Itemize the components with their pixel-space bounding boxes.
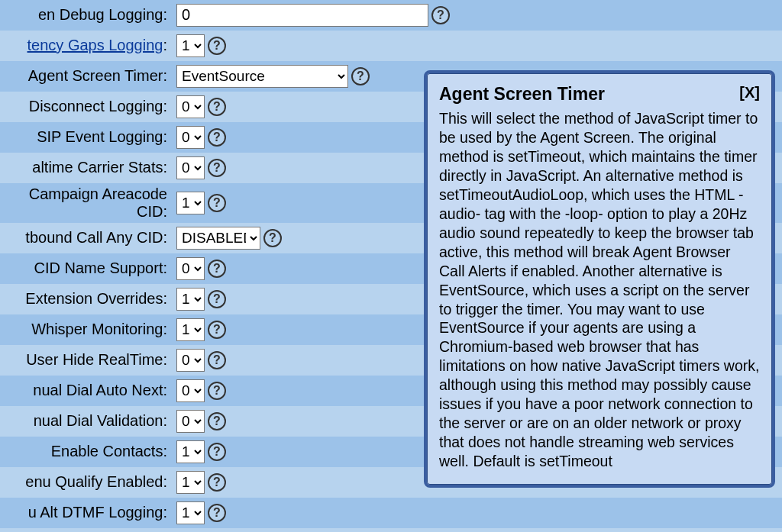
- setting-label-alt-dtmf-logging: u Alt DTMF Logging:: [0, 504, 172, 521]
- setting-row-latency-gaps-logging: tency Gaps Logging:1?: [0, 31, 782, 61]
- setting-label-menu-qualify-enabled: enu Qualify Enabled:: [0, 473, 172, 491]
- setting-input-realtime-carrier-stats[interactable]: 0: [176, 156, 205, 179]
- help-icon[interactable]: ?: [208, 194, 226, 212]
- setting-input-disconnect-logging[interactable]: 0: [176, 95, 205, 118]
- setting-control-campaign-areacode-cid: 1?: [172, 192, 226, 214]
- help-icon[interactable]: ?: [208, 159, 226, 177]
- setting-label-latency-gaps-logging[interactable]: tency Gaps Logging:: [0, 37, 172, 54]
- help-icon[interactable]: ?: [208, 98, 226, 116]
- setting-label-cid-name-support: CID Name Support:: [0, 260, 172, 277]
- setting-label-disconnect-logging: Disconnect Logging:: [0, 98, 172, 115]
- help-icon[interactable]: ?: [208, 382, 226, 400]
- setting-control-debug-logging: ?: [172, 4, 450, 27]
- setting-label-enable-contacts: Enable Contacts:: [0, 443, 172, 460]
- setting-label-manual-dial-auto-next: nual Dial Auto Next:: [0, 382, 172, 399]
- setting-input-user-hide-realtime[interactable]: 0: [176, 349, 205, 372]
- setting-control-alt-dtmf-logging: 1?: [172, 501, 226, 524]
- help-icon[interactable]: ?: [208, 260, 226, 278]
- setting-input-manual-dial-validation[interactable]: 0: [176, 410, 205, 433]
- help-icon[interactable]: ?: [208, 351, 226, 369]
- setting-control-user-hide-realtime: 0?: [172, 349, 226, 372]
- help-icon[interactable]: ?: [208, 37, 226, 55]
- setting-label-user-hide-realtime: User Hide RealTime:: [0, 351, 172, 369]
- setting-input-extension-overrides[interactable]: 1: [176, 288, 205, 311]
- setting-input-outbound-call-any-cid[interactable]: DISABLED: [176, 227, 260, 250]
- setting-input-latency-gaps-logging[interactable]: 1: [176, 34, 205, 57]
- setting-input-whisper-monitoring[interactable]: 1: [176, 318, 205, 341]
- setting-input-agent-screen-timer[interactable]: EventSource: [176, 65, 348, 88]
- setting-label-whisper-monitoring: Whisper Monitoring:: [0, 321, 172, 338]
- setting-label-sip-event-logging: SIP Event Logging:: [0, 128, 172, 146]
- setting-control-whisper-monitoring: 1?: [172, 318, 226, 341]
- setting-control-disconnect-logging: 0?: [172, 95, 226, 118]
- setting-control-latency-gaps-logging: 1?: [172, 34, 226, 57]
- setting-control-manual-dial-auto-next: 0?: [172, 379, 226, 402]
- setting-control-extension-overrides: 1?: [172, 288, 226, 311]
- help-popup: Agent Screen Timer [X] This will select …: [424, 70, 775, 488]
- setting-row-debug-logging: en Debug Logging:?: [0, 0, 782, 31]
- setting-input-alt-dtmf-logging[interactable]: 1: [176, 501, 205, 524]
- help-icon[interactable]: ?: [263, 229, 282, 247]
- setting-label-extension-overrides: Extension Overrides:: [0, 290, 172, 308]
- help-icon[interactable]: ?: [208, 443, 226, 461]
- setting-label-agent-screen-timer: Agent Screen Timer:: [0, 67, 172, 85]
- setting-label-debug-logging: en Debug Logging:: [0, 6, 172, 24]
- setting-control-cid-name-support: 0?: [172, 257, 226, 280]
- setting-input-manual-dial-auto-next[interactable]: 0: [176, 379, 205, 402]
- help-popup-close[interactable]: [X]: [739, 84, 760, 102]
- setting-input-menu-qualify-enabled[interactable]: 1: [176, 471, 205, 494]
- setting-label-outbound-call-any-cid: tbound Call Any CID:: [0, 229, 172, 247]
- setting-input-cid-name-support[interactable]: 0: [176, 257, 205, 280]
- setting-control-agent-screen-timer: EventSource?: [172, 65, 370, 88]
- help-popup-body: This will select the method of JavaScrip…: [439, 109, 760, 471]
- setting-control-menu-qualify-enabled: 1?: [172, 471, 226, 494]
- help-icon[interactable]: ?: [431, 6, 450, 24]
- setting-control-outbound-call-any-cid: DISABLED?: [172, 227, 282, 250]
- setting-label-realtime-carrier-stats: altime Carrier Stats:: [0, 159, 172, 176]
- help-icon[interactable]: ?: [208, 321, 226, 339]
- help-icon[interactable]: ?: [208, 412, 226, 430]
- setting-input-campaign-areacode-cid[interactable]: 1: [176, 192, 205, 214]
- help-icon[interactable]: ?: [208, 504, 226, 522]
- setting-control-sip-event-logging: 0?: [172, 126, 226, 149]
- setting-label-manual-dial-validation: nual Dial Validation:: [0, 412, 172, 430]
- setting-input-debug-logging[interactable]: [176, 4, 428, 27]
- setting-input-sip-event-logging[interactable]: 0: [176, 126, 205, 149]
- help-icon[interactable]: ?: [208, 473, 226, 492]
- help-icon[interactable]: ?: [208, 128, 226, 147]
- help-icon[interactable]: ?: [351, 67, 370, 85]
- setting-control-realtime-carrier-stats: 0?: [172, 156, 226, 179]
- setting-row-alt-dtmf-logging: u Alt DTMF Logging:1?: [0, 498, 782, 528]
- setting-label-campaign-areacode-cid: Campaign Areacode CID:: [0, 185, 172, 221]
- setting-control-enable-contacts: 1?: [172, 440, 226, 463]
- help-icon[interactable]: ?: [208, 290, 226, 308]
- setting-control-manual-dial-validation: 0?: [172, 410, 226, 433]
- help-popup-title: Agent Screen Timer: [439, 84, 605, 105]
- setting-input-enable-contacts[interactable]: 1: [176, 440, 205, 463]
